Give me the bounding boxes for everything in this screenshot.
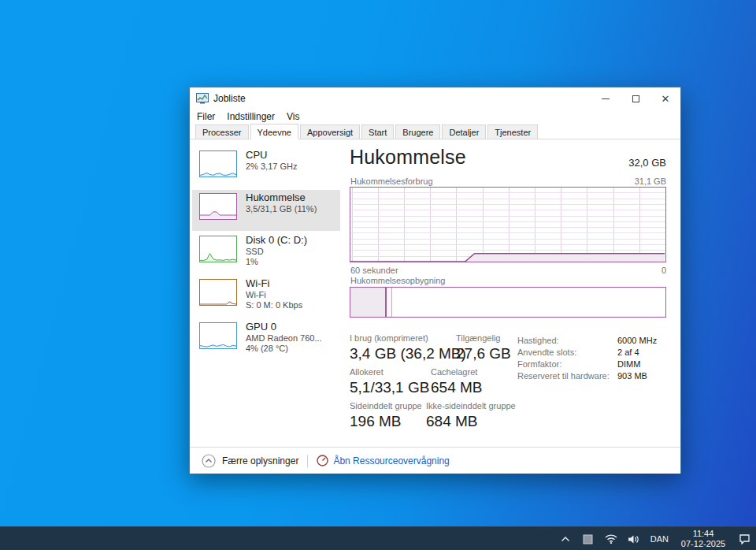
composition-label: Hukommelsesopbygning	[350, 276, 445, 285]
sidebar-item-stat2: 4% (28 °C)	[246, 344, 339, 354]
stat-label: Ikke-sideinddelt gruppe	[426, 401, 516, 411]
stat-in-use: I brug (komprimeret) 3,4 GB (36,2 MB)	[350, 333, 466, 362]
tray-app-button[interactable]	[580, 527, 597, 550]
chevron-up-icon	[561, 536, 570, 542]
detail-hw-reserved: Reserveret til hardware: 903 MB	[517, 371, 666, 381]
wifi-mini-graph	[199, 279, 237, 306]
tab-ydeevne[interactable]: Ydeevne	[250, 124, 298, 139]
clock-date: 07-12-2025	[676, 539, 730, 549]
memory-composition-bar	[350, 287, 666, 318]
stat-label: Sideinddelt gruppe	[350, 401, 422, 411]
footer-bar: Færre oplysninger Åbn Ressourceovervågni…	[190, 447, 680, 474]
tab-brugere[interactable]: Brugere	[395, 124, 440, 139]
action-center-button[interactable]	[736, 527, 753, 550]
sidebar-item-stat: Wi-Fi	[246, 290, 339, 300]
language-indicator[interactable]: DAN	[648, 534, 671, 544]
menu-vis[interactable]: Vis	[287, 111, 299, 122]
resource-monitor-icon	[317, 455, 328, 466]
stat-nonpaged-pool: Ikke-sideinddelt gruppe 684 MB	[426, 401, 516, 430]
title-bar[interactable]: Jobliste ✕	[190, 87, 680, 110]
usage-chart-max: 31,1 GB	[635, 177, 666, 186]
disk-mini-graph	[199, 236, 237, 262]
sidebar-item-stat2: S: 0 M: 0 Kbps	[246, 300, 339, 310]
task-manager-icon	[196, 93, 209, 104]
network-button[interactable]	[602, 527, 620, 550]
stat-committed: Allokeret 5,1/33,1 GB	[350, 367, 429, 396]
footer-separator	[307, 455, 308, 467]
sidebar-item-stat: SSD	[246, 247, 339, 257]
open-resource-monitor-link[interactable]: Åbn Ressourceovervågning	[317, 455, 449, 466]
minimize-button[interactable]	[591, 87, 621, 110]
detail-speed: Hastighed: 6000 MHz	[517, 336, 666, 345]
minimize-icon	[602, 98, 610, 99]
maximize-button[interactable]	[621, 87, 650, 110]
stat-value: 196 MB	[350, 413, 422, 430]
hidden-icons-button[interactable]	[557, 527, 574, 550]
close-button[interactable]: ✕	[650, 87, 680, 110]
volume-button[interactable]	[625, 527, 643, 550]
composition-modified-segment	[387, 288, 392, 317]
composition-used-segment	[350, 288, 387, 317]
clock-time: 11:44	[676, 529, 730, 539]
stat-value: 27,6 GB	[456, 345, 511, 362]
page-title: Hukommelse	[350, 146, 466, 169]
detail-value: 903 MB	[617, 371, 666, 381]
stat-label: Allokeret	[350, 367, 429, 377]
sidebar-item-disk0[interactable]: Disk 0 (C: D:) SSD 1%	[192, 232, 340, 273]
detail-label: Formfaktor:	[517, 359, 561, 369]
menu-filer[interactable]: Filer	[197, 111, 215, 122]
speaker-icon	[628, 534, 639, 544]
stat-label: Tilgængelig	[456, 333, 511, 343]
sidebar-item-gpu0[interactable]: GPU 0 AMD Radeon 760... 4% (28 °C)	[192, 319, 340, 360]
stat-value: 5,1/33,1 GB	[350, 379, 429, 396]
sidebar-item-stat: 3,5/31,1 GB (11%)	[246, 204, 339, 214]
stat-value: 654 MB	[431, 379, 482, 396]
usage-chart-label: Hukommelsesforbrug	[350, 177, 433, 186]
tab-processer[interactable]: Processer	[195, 124, 249, 139]
app-tray-square-icon	[583, 534, 593, 544]
detail-label: Reserveret til hardware:	[517, 371, 610, 381]
tab-appoversigt[interactable]: Appoversigt	[300, 124, 360, 139]
stat-value: 684 MB	[426, 413, 516, 430]
detail-value: 6000 MHz	[617, 336, 666, 345]
memory-usage-graph	[350, 187, 666, 262]
sidebar-item-stat: 2% 3,17 GHz	[246, 162, 339, 172]
x-axis-right-label: 0	[662, 266, 666, 275]
detail-value: 2 af 4	[617, 347, 666, 357]
stat-paged-pool: Sideinddelt gruppe 196 MB	[350, 401, 422, 430]
x-axis-left-label: 60 sekunder	[350, 266, 398, 275]
composition-free-segment	[392, 288, 665, 317]
memory-mini-graph	[199, 193, 237, 220]
detail-label: Anvendte slots:	[517, 347, 576, 357]
sidebar-item-title: Hukommelse	[246, 191, 339, 204]
tab-detaljer[interactable]: Detaljer	[442, 124, 486, 139]
menu-indstillinger[interactable]: Indstillinger	[227, 111, 275, 122]
fewer-details-button[interactable]: Færre oplysninger	[202, 454, 298, 468]
sidebar-item-wifi[interactable]: Wi-Fi Wi-Fi S: 0 M: 0 Kbps	[192, 276, 340, 317]
menu-bar: Filer Indstillinger Vis	[190, 110, 680, 124]
stat-label: Cachelagret	[431, 367, 482, 377]
stat-available: Tilgængelig 27,6 GB	[456, 333, 511, 362]
sidebar-item-memory[interactable]: Hukommelse 3,5/31,1 GB (11%)	[192, 190, 340, 231]
taskbar: DAN 11:44 07-12-2025	[0, 526, 756, 550]
sidebar-item-stat2: 1%	[246, 257, 339, 267]
task-manager-window: Jobliste ✕ Filer Indstillinger Vis Proce…	[189, 87, 681, 474]
tab-start[interactable]: Start	[361, 124, 394, 139]
stat-label: I brug (komprimeret)	[350, 333, 466, 343]
stat-value: 3,4 GB (36,2 MB)	[350, 345, 466, 362]
memory-pane: Hukommelse 32,0 GB Hukommelsesforbrug 31…	[350, 139, 666, 447]
tab-tjenester[interactable]: Tjenester	[487, 124, 538, 139]
detail-label: Hastighed:	[517, 336, 559, 345]
sidebar-item-title: Wi-Fi	[246, 277, 339, 290]
sidebar-item-title: CPU	[246, 149, 339, 162]
action-center-icon	[739, 533, 750, 544]
chevron-up-circle-icon	[202, 454, 216, 468]
stat-cached: Cachelagret 654 MB	[431, 367, 482, 396]
performance-sidebar: CPU 2% 3,17 GHz Hukommelse 3,5/31,1 GB (…	[190, 139, 345, 447]
wifi-icon	[605, 534, 617, 544]
taskbar-clock[interactable]: 11:44 07-12-2025	[676, 529, 730, 549]
gpu-mini-graph	[199, 322, 237, 349]
sidebar-item-stat: AMD Radeon 760...	[246, 333, 339, 344]
cpu-mini-graph	[199, 151, 237, 177]
sidebar-item-cpu[interactable]: CPU 2% 3,17 GHz	[192, 147, 340, 188]
